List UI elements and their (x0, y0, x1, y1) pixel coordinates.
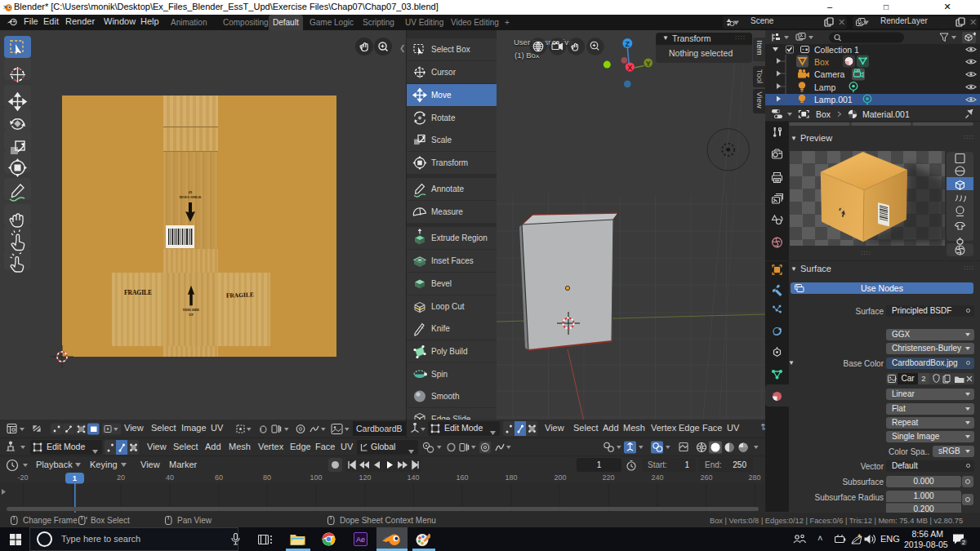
svg-text:Box: Box (816, 109, 831, 119)
svg-text:40: 40 (166, 473, 174, 482)
svg-text:Lamp.001: Lamp.001 (814, 95, 853, 104)
svg-text:180: 180 (505, 473, 517, 482)
svg-text:FRAGILE: FRAGILE (124, 289, 152, 296)
svg-text:Box: Box (814, 57, 830, 67)
svg-text:Z: Z (626, 40, 630, 48)
svg-text:Ae: Ae (356, 535, 365, 544)
svg-text:THIS SIDE: THIS SIDE (183, 308, 200, 312)
svg-text:100: 100 (310, 473, 322, 482)
svg-text:Camera: Camera (814, 69, 845, 79)
svg-text:60: 60 (215, 473, 223, 482)
svg-text:FRAGILE: FRAGILE (226, 291, 254, 299)
svg-text:4X: 4X (189, 190, 193, 194)
svg-text:Material.001: Material.001 (862, 109, 910, 119)
svg-text:260: 260 (700, 473, 712, 482)
svg-text:20: 20 (117, 473, 125, 482)
svg-text:160: 160 (456, 473, 468, 482)
svg-text:Lamp: Lamp (814, 82, 835, 92)
svg-text:UP: UP (189, 313, 194, 317)
svg-text:Y: Y (646, 60, 651, 68)
svg-text:Collection 1: Collection 1 (814, 45, 859, 55)
svg-text:240: 240 (651, 473, 663, 482)
svg-text:2: 2 (962, 539, 966, 546)
svg-text:80: 80 (263, 473, 271, 482)
svg-text:200: 200 (554, 473, 566, 482)
svg-text:280: 280 (748, 473, 760, 482)
svg-text:X: X (627, 64, 632, 72)
svg-text:140: 140 (407, 473, 419, 482)
svg-text:1: 1 (73, 473, 78, 482)
svg-text:!: ! (859, 535, 860, 540)
svg-text:-20: -20 (17, 473, 28, 482)
svg-text:DOES SMLR: DOES SMLR (180, 195, 202, 199)
svg-text:120: 120 (359, 473, 371, 482)
svg-text:220: 220 (602, 473, 614, 482)
